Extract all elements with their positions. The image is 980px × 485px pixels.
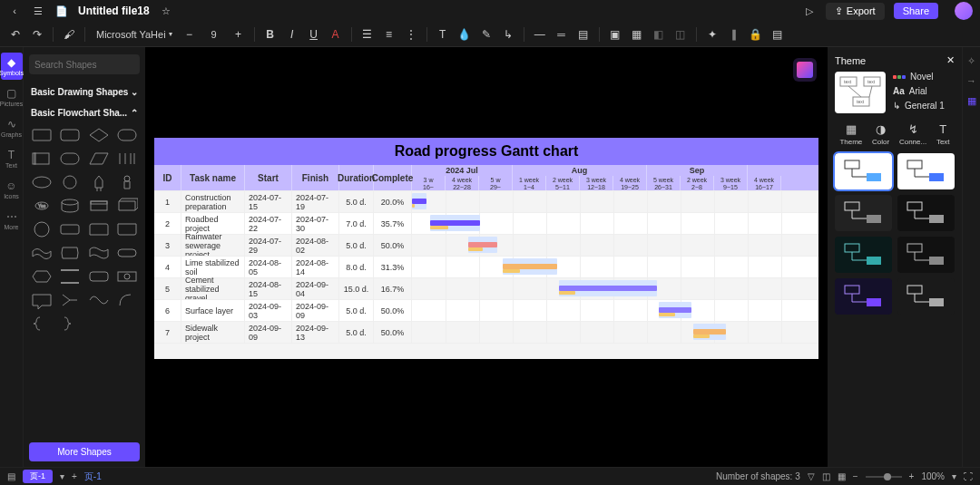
shape-item[interactable]: [86, 125, 112, 145]
shape-icon[interactable]: ▣: [607, 26, 623, 43]
rail-item-pictures[interactable]: ▢Pictures: [1, 83, 23, 111]
align-vert-icon[interactable]: ⋮: [403, 26, 419, 43]
theme-grid-icon[interactable]: ▦: [965, 94, 978, 107]
page-tab[interactable]: 页-1: [23, 470, 53, 483]
shape-item[interactable]: [115, 243, 141, 263]
bold-icon[interactable]: B: [262, 26, 279, 43]
gantt-chart[interactable]: Road progress Gantt chart IDTask nameSta…: [154, 138, 818, 359]
avatar[interactable]: [955, 2, 973, 20]
rail-item-text[interactable]: TText: [1, 145, 23, 172]
layers-icon[interactable]: ▤: [769, 26, 786, 43]
theme-connector-attr[interactable]: ↳ General 1: [893, 101, 945, 111]
theme-card[interactable]: [897, 278, 955, 315]
shape-item[interactable]: [58, 219, 83, 239]
line-style-icon[interactable]: —: [532, 26, 548, 43]
shape-item[interactable]: [86, 219, 112, 239]
shape-item[interactable]: [86, 172, 112, 192]
theme-card[interactable]: [835, 237, 892, 273]
page-link[interactable]: 页-1: [84, 470, 102, 483]
theme-card[interactable]: [897, 153, 955, 189]
shape-item[interactable]: [86, 196, 112, 216]
theme-card[interactable]: [835, 153, 892, 189]
fill-icon[interactable]: 💧: [456, 26, 473, 43]
shape-item[interactable]: [86, 290, 112, 310]
line-weight-icon[interactable]: ═: [554, 26, 570, 43]
shape-item[interactable]: [29, 172, 54, 192]
font-select[interactable]: Microsoft YaHei▾: [93, 27, 176, 42]
image-icon[interactable]: ▦: [629, 26, 645, 43]
theme-tab-theme[interactable]: ▦Theme: [839, 122, 862, 146]
close-icon[interactable]: ✕: [946, 54, 955, 66]
zoom-value[interactable]: 100%: [921, 471, 945, 481]
shape-item[interactable]: [29, 149, 54, 169]
overview-icon[interactable]: ▤: [7, 471, 15, 481]
rail-item-icons[interactable]: ☺Icons: [1, 176, 23, 203]
effects-icon[interactable]: ✦: [704, 26, 720, 43]
menu-icon[interactable]: ☰: [31, 4, 45, 18]
shape-item[interactable]: [86, 149, 112, 169]
shape-item[interactable]: [115, 125, 141, 145]
rail-item-graphs[interactable]: ∿Graphs: [1, 114, 23, 141]
theme-card[interactable]: [897, 237, 955, 273]
shape-item[interactable]: [86, 243, 112, 263]
shape-item[interactable]: [115, 172, 141, 192]
share-button[interactable]: Share: [894, 3, 938, 19]
shape-item[interactable]: [58, 149, 83, 169]
shape-item[interactable]: [58, 172, 83, 192]
add-page-icon[interactable]: +: [72, 471, 77, 481]
rail-item-symbols[interactable]: ◆Symbols: [1, 53, 23, 80]
theme-card[interactable]: [835, 278, 892, 315]
highlight-icon[interactable]: ✎: [478, 26, 495, 43]
align-tool-icon[interactable]: ∥: [726, 26, 742, 43]
shape-item[interactable]: [29, 290, 54, 310]
shape-item[interactable]: [29, 243, 54, 263]
shape-item[interactable]: [115, 149, 141, 169]
category-basic-flowchart[interactable]: Basic Flowchart Sha... ⌃: [29, 102, 140, 123]
shape-item[interactable]: [115, 219, 141, 239]
font-increase-icon[interactable]: +: [230, 26, 247, 43]
back-icon[interactable]: ‹: [7, 4, 22, 18]
category-basic-drawing[interactable]: Basic Drawing Shapes ⌄: [29, 82, 140, 102]
page-dropdown-icon[interactable]: ▾: [60, 471, 64, 481]
theme-card[interactable]: [897, 195, 955, 231]
file-title[interactable]: Untitled file18: [78, 5, 150, 17]
zoom-in-icon[interactable]: +: [909, 471, 915, 481]
shape-item[interactable]: [115, 196, 141, 216]
star-icon[interactable]: ☆: [159, 4, 173, 18]
search-input[interactable]: [34, 60, 145, 70]
theme-card[interactable]: [835, 195, 892, 231]
lock-icon[interactable]: 🔒: [748, 26, 764, 43]
redo-icon[interactable]: ↷: [29, 26, 45, 43]
font-decrease-icon[interactable]: −: [181, 26, 198, 43]
shape-item[interactable]: [29, 267, 54, 286]
theme-tab-text[interactable]: TText: [936, 122, 950, 146]
search-shapes[interactable]: 🔍: [29, 54, 140, 74]
font-size-input[interactable]: 9: [203, 29, 225, 40]
layers-status-icon[interactable]: ▽: [808, 471, 815, 481]
ungroup-icon[interactable]: ◫: [672, 26, 689, 43]
shape-item[interactable]: [29, 125, 54, 145]
more-shapes-button[interactable]: More Shapes: [29, 442, 140, 461]
theme-font-attr[interactable]: Aa Arial: [893, 86, 945, 96]
grid-status-icon[interactable]: ▦: [838, 471, 846, 481]
text-tool-icon[interactable]: T: [435, 26, 451, 43]
undo-icon[interactable]: ↶: [7, 26, 24, 43]
theme-tab-color[interactable]: ◑Color: [872, 122, 889, 146]
play-icon[interactable]: ▷: [802, 4, 817, 18]
ruler-icon[interactable]: ◫: [822, 471, 830, 481]
shape-item[interactable]: [58, 125, 83, 145]
theme-color-attr[interactable]: Novel: [893, 72, 945, 82]
zoom-slider[interactable]: [866, 476, 902, 478]
font-color-icon[interactable]: A: [328, 26, 344, 43]
theme-tab-conne[interactable]: ↯Conne...: [899, 122, 926, 146]
shape-item[interactable]: [58, 243, 83, 263]
list-icon[interactable]: ▤: [575, 26, 592, 43]
shape-item[interactable]: [58, 290, 83, 310]
fullscreen-icon[interactable]: ⛶: [964, 471, 973, 481]
shape-item[interactable]: Yes: [29, 196, 54, 216]
connector-icon[interactable]: ↳: [500, 26, 516, 43]
shape-item[interactable]: [58, 196, 83, 216]
shape-item[interactable]: [115, 290, 141, 310]
shape-item[interactable]: [29, 219, 54, 239]
zoom-out-icon[interactable]: −: [853, 471, 858, 481]
